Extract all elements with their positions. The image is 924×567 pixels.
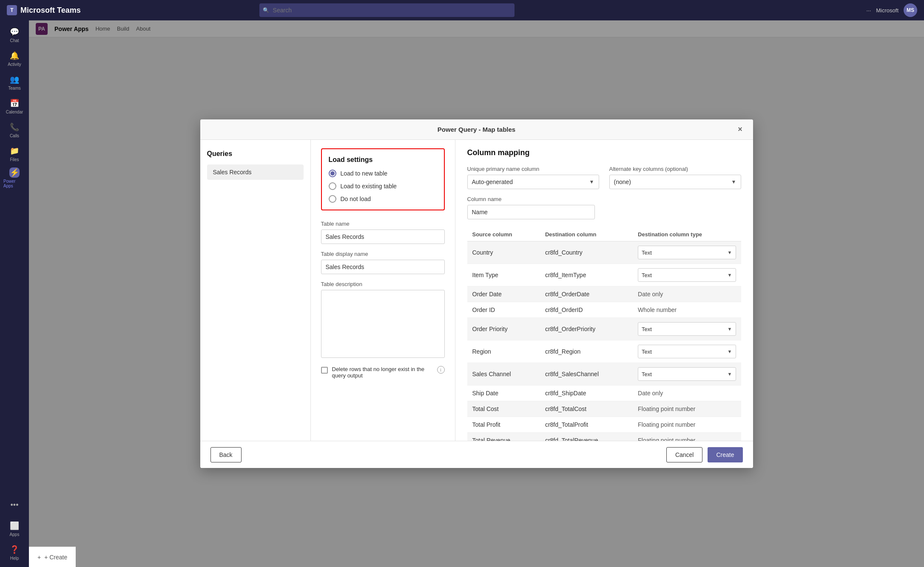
dest-type-col-cell[interactable]: Text▼ <box>633 264 741 286</box>
table-display-name-input[interactable] <box>321 260 445 274</box>
unique-primary-value: Auto-generated <box>472 179 513 185</box>
teams-search-area <box>259 3 515 17</box>
dialog-title-bar: Power Query - Map tables × <box>200 119 753 140</box>
table-row: Sales Channelcr8fd_SalesChannelText▼ <box>467 363 741 386</box>
activity-icon: 🔔 <box>9 51 20 61</box>
radio-do-not-load[interactable]: Do not load <box>329 195 437 203</box>
destination-col-cell: cr8fd_TotalRevenue <box>540 433 633 441</box>
radio-do-not-load-circle <box>329 195 336 203</box>
delete-rows-info-icon[interactable]: i <box>437 366 445 374</box>
table-row: Countrycr8fd_CountryText▼ <box>467 241 741 264</box>
sidebar-label-files: Files <box>10 157 19 162</box>
user-name: Microsoft <box>876 7 898 14</box>
destination-col-cell: cr8fd_OrderDate <box>540 286 633 302</box>
dest-type-select[interactable]: Text▼ <box>638 322 736 336</box>
dest-type-col-cell: Floating point number <box>633 417 741 433</box>
delete-rows-checkbox-row: Delete rows that no longer exist in the … <box>321 366 445 379</box>
sidebar-item-help[interactable]: ❓ Help <box>3 541 26 564</box>
radio-new-table-label: Load to new table <box>341 170 388 177</box>
table-display-name-label: Table display name <box>321 251 445 257</box>
sidebar-item-calls[interactable]: 📞 Calls <box>3 119 26 141</box>
table-name-input[interactable] <box>321 230 445 244</box>
table-row: Total Revenuecr8fd_TotalRevenueFloating … <box>467 433 741 441</box>
dest-type-col-cell[interactable]: Text▼ <box>633 318 741 340</box>
source-col-cell: Order ID <box>467 302 540 318</box>
alternate-key-select[interactable]: (none) ▼ <box>609 175 741 189</box>
table-description-label: Table description <box>321 281 445 287</box>
dest-type-select[interactable]: Text▼ <box>638 345 736 358</box>
create-button[interactable]: Create <box>708 447 742 462</box>
dialog-settings-panel: Load settings Load to new table Load to … <box>311 140 455 441</box>
sidebar-item-files[interactable]: 📁 Files <box>3 143 26 165</box>
dialog: Power Query - Map tables × Queries Sales… <box>200 119 753 468</box>
delete-rows-label: Delete rows that no longer exist in the … <box>332 366 433 379</box>
unique-primary-field: Unique primary name column Auto-generate… <box>467 166 599 189</box>
dest-type-col-cell[interactable]: Text▼ <box>633 363 741 386</box>
sidebar-item-powerapps[interactable]: ⚡ Power Apps <box>3 167 26 189</box>
col-header-source: Source column <box>467 228 540 241</box>
dest-type-select[interactable]: Text▼ <box>638 268 736 282</box>
destination-col-cell: cr8fd_TotalProfit <box>540 417 633 433</box>
column-name-input[interactable] <box>467 205 595 219</box>
table-row: Item Typecr8fd_ItemTypeText▼ <box>467 264 741 286</box>
teams-right-bar: ··· Microsoft MS <box>866 3 917 17</box>
sidebar-item-activity[interactable]: 🔔 Activity <box>3 48 26 70</box>
sidebar-label-teams: Teams <box>8 86 20 91</box>
files-icon: 📁 <box>9 146 20 156</box>
dialog-footer: Back Cancel Create <box>200 441 753 468</box>
unique-primary-select[interactable]: Auto-generated ▼ <box>467 175 599 189</box>
dest-type-select[interactable]: Text▼ <box>638 246 736 259</box>
search-input[interactable] <box>259 3 515 17</box>
alternate-key-chevron: ▼ <box>731 179 736 185</box>
table-row: Regioncr8fd_RegionText▼ <box>467 340 741 363</box>
sidebar-label-calendar: Calendar <box>6 110 23 114</box>
dest-type-col-cell: Date only <box>633 386 741 401</box>
sidebar-item-apps[interactable]: ⬜ Apps <box>3 518 26 540</box>
avatar[interactable]: MS <box>904 3 917 17</box>
back-button[interactable]: Back <box>210 447 242 462</box>
sidebar-label-chat: Chat <box>10 38 19 43</box>
source-col-cell: Region <box>467 340 540 363</box>
alternate-key-label: Alternate key columns (optional) <box>609 166 741 172</box>
sidebar-item-chat[interactable]: 💬 Chat <box>3 24 26 46</box>
destination-col-cell: cr8fd_Region <box>540 340 633 363</box>
source-col-cell: Total Profit <box>467 417 540 433</box>
source-col-cell: Item Type <box>467 264 540 286</box>
radio-existing-table-circle <box>329 182 336 190</box>
destination-col-cell: cr8fd_OrderPriority <box>540 318 633 340</box>
cancel-button[interactable]: Cancel <box>666 447 703 462</box>
apps-icon: ⬜ <box>9 521 20 531</box>
load-settings-box: Load settings Load to new table Load to … <box>321 148 445 210</box>
destination-col-cell: cr8fd_ShipDate <box>540 386 633 401</box>
table-row: Order IDcr8fd_OrderIDWhole number <box>467 302 741 318</box>
sidebar-label-powerapps: Power Apps <box>3 179 26 188</box>
teams-logo: T Microsoft Teams <box>7 5 81 15</box>
dest-type-col-cell[interactable]: Text▼ <box>633 340 741 363</box>
radio-load-existing-table[interactable]: Load to existing table <box>329 182 437 190</box>
sidebar-item-calendar[interactable]: 📅 Calendar <box>3 95 26 117</box>
more-icon: ••• <box>9 500 20 510</box>
more-options-button[interactable]: ··· <box>866 7 871 14</box>
sidebar-label-apps: Apps <box>10 532 20 537</box>
dest-type-select[interactable]: Text▼ <box>638 367 736 381</box>
sidebar-item-teams[interactable]: 👥 Teams <box>3 71 26 94</box>
source-col-cell: Ship Date <box>467 386 540 401</box>
unique-primary-label: Unique primary name column <box>467 166 599 172</box>
table-description-textarea[interactable] <box>321 290 445 358</box>
table-display-name-group: Table display name <box>321 251 445 274</box>
radio-load-new-table[interactable]: Load to new table <box>329 170 437 177</box>
sidebar-label-help: Help <box>10 556 19 561</box>
dest-type-col-cell[interactable]: Text▼ <box>633 241 741 264</box>
teams-app-name: Microsoft Teams <box>20 6 81 15</box>
sidebar-item-more[interactable]: ••• <box>3 494 26 516</box>
table-row: Ship Datecr8fd_ShipDateDate only <box>467 386 741 401</box>
delete-rows-checkbox[interactable] <box>321 367 328 374</box>
destination-col-cell: cr8fd_TotalCost <box>540 401 633 417</box>
create-bottom-bar[interactable]: + + Create <box>29 547 76 567</box>
dest-type-col-cell: Floating point number <box>633 401 741 417</box>
radio-existing-table-label: Load to existing table <box>341 183 397 190</box>
sidebar-label-activity: Activity <box>8 62 21 67</box>
unique-primary-chevron: ▼ <box>589 179 594 185</box>
query-item-sales-records[interactable]: Sales Records <box>207 164 304 180</box>
dialog-close-button[interactable]: × <box>734 124 746 136</box>
